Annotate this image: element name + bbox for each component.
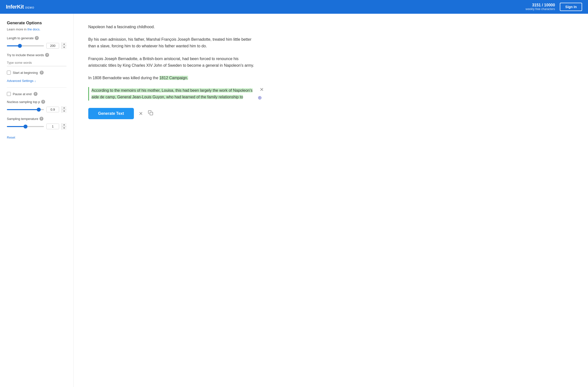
paragraph-3-text: François Joseph Bernadotte, a British-bo… [88, 57, 254, 67]
expand-generated-button[interactable]: ⊕ [258, 95, 262, 101]
temp-up-arrow[interactable]: ▲ [62, 123, 66, 127]
pause-help-icon[interactable]: ? [34, 92, 38, 96]
paragraph-4-before: In 1808 Bernadotte was killed during the [88, 76, 159, 80]
temp-arrows: ▲ ▼ [62, 123, 66, 130]
length-arrows: ▲ ▼ [62, 43, 66, 49]
length-slider-row: 200 ▲ ▼ [7, 43, 66, 49]
generate-button[interactable]: Generate Text [88, 108, 134, 119]
header-right: 3151 / 10000 weekly free characters Sign… [525, 3, 582, 11]
paragraph-3: François Joseph Bernadotte, a British-bo… [88, 55, 255, 69]
temp-help-icon[interactable]: ? [40, 117, 43, 121]
length-up-arrow[interactable]: ▲ [62, 43, 66, 46]
copy-button[interactable] [148, 110, 153, 117]
temp-slider-row: 1 ▲ ▼ [7, 123, 66, 130]
start-beginning-row: Start at beginning ? [7, 71, 66, 75]
char-count-numbers: 3151 / 10000 [525, 3, 555, 7]
nucleus-up-arrow[interactable]: ▲ [62, 106, 66, 110]
words-help-icon[interactable]: ? [45, 53, 49, 57]
length-help-icon[interactable]: ? [35, 36, 39, 40]
close-generated-button[interactable]: ✕ [260, 87, 264, 92]
paragraph-1-text: Napoleon had a fascinating childhood. [88, 25, 155, 29]
story-text: Napoleon had a fascinating childhood. By… [88, 23, 255, 101]
length-label: Length to generate ? [7, 36, 66, 40]
paragraph-4-highlight: 1812 Campaign. [159, 76, 188, 80]
start-beginning-checkbox[interactable] [7, 71, 11, 75]
start-beginning-label: Start at beginning [13, 71, 38, 75]
temp-down-arrow[interactable]: ▼ [62, 127, 66, 130]
paragraph-2: By his own admission, his father, Marsha… [88, 36, 255, 49]
sidebar-title: Generate Options [7, 21, 66, 25]
main-layout: Generate Options Learn more in the docs.… [0, 14, 588, 387]
char-count-label: weekly free characters [525, 7, 555, 11]
length-number-input: 200 [46, 43, 59, 48]
char-separator: / [542, 3, 544, 7]
logo-text: InferKit [6, 4, 24, 10]
start-help-icon[interactable]: ? [40, 71, 44, 75]
clear-button[interactable]: ✕ [139, 111, 143, 116]
pause-label: Pause at end [13, 92, 32, 96]
nucleus-slider-row: 0.9 ▲ ▼ [7, 106, 66, 113]
svg-rect-0 [150, 112, 153, 115]
words-input[interactable] [7, 59, 66, 66]
length-down-arrow[interactable]: ▼ [62, 46, 66, 49]
paragraph-4: In 1808 Bernadotte was killed during the… [88, 75, 255, 81]
nucleus-value: 0.9 [47, 107, 59, 112]
learn-more-text: Learn more in the docs. [7, 27, 66, 31]
temp-number-input: 1 [46, 124, 59, 129]
logo-demo-badge: DEMO [25, 6, 34, 9]
advanced-settings-link[interactable]: Advanced Settings ↓ [7, 79, 36, 83]
temp-value: 1 [47, 124, 59, 129]
pause-row: Pause at end ? [7, 92, 66, 96]
temp-slider[interactable] [7, 126, 44, 127]
nucleus-label: Nucleus sampling top p ? [7, 100, 66, 104]
char-used: 3151 [532, 3, 541, 7]
temp-label: Sampling temperature ? [7, 117, 66, 121]
pause-checkbox[interactable] [7, 92, 11, 96]
bottom-toolbar: Generate Text ✕ [88, 108, 255, 119]
sidebar: Generate Options Learn more in the docs.… [0, 14, 74, 387]
generated-text: According to the memoirs of his mother, … [91, 88, 252, 99]
sign-in-button[interactable]: Sign In [560, 3, 582, 11]
char-total: 10000 [544, 3, 555, 7]
nucleus-number-input: 0.9 [46, 107, 59, 112]
words-label: Try to include these words ? [7, 53, 66, 57]
nucleus-slider[interactable] [7, 109, 44, 110]
nucleus-help-icon[interactable]: ? [41, 100, 45, 104]
length-slider[interactable] [7, 45, 44, 46]
copy-icon [148, 110, 153, 115]
paragraph-2-text: By his own admission, his father, Marsha… [88, 37, 251, 48]
generated-block: According to the memoirs of his mother, … [88, 87, 255, 100]
length-value: 200 [47, 43, 59, 48]
logo-area: InferKit DEMO [6, 4, 34, 10]
divider [7, 87, 66, 87]
reset-link[interactable]: Reset [7, 136, 15, 139]
app-header: InferKit DEMO 3151 / 10000 weekly free c… [0, 0, 588, 14]
content-area: Napoleon had a fascinating childhood. By… [74, 14, 270, 387]
docs-link[interactable]: the docs. [27, 27, 41, 31]
paragraph-1: Napoleon had a fascinating childhood. [88, 23, 255, 30]
nucleus-arrows: ▲ ▼ [62, 106, 66, 113]
char-count-area: 3151 / 10000 weekly free characters [525, 3, 555, 11]
nucleus-down-arrow[interactable]: ▼ [62, 110, 66, 113]
